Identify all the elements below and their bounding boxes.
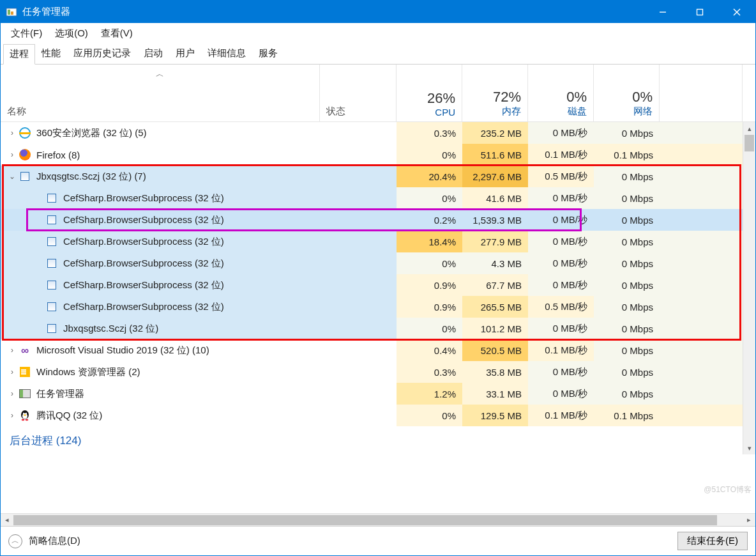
process-row[interactable]: ›腾讯QQ (32 位)0%129.5 MB0.1 MB/秒0.1 Mbps xyxy=(1,405,755,426)
scroll-left-icon[interactable]: ◂ xyxy=(1,514,13,527)
maximize-button[interactable] xyxy=(681,1,718,23)
hscroll-thumb[interactable] xyxy=(13,515,717,525)
category-header[interactable]: 后台进程 (124) xyxy=(1,426,755,454)
process-row[interactable]: ›360安全浏览器 (32 位) (5)0.3%235.2 MB0 MB/秒0 … xyxy=(1,122,755,144)
network-value: 0 Mbps xyxy=(594,296,660,318)
memory-value: 277.9 MB xyxy=(462,231,528,252)
process-row[interactable]: ›Windows 资源管理器 (2)0.3%35.8 MB0 MB/秒0 Mbp… xyxy=(1,361,755,383)
process-name: CefSharp.BrowserSubprocess (32 位) xyxy=(63,258,224,270)
network-value: 0 Mbps xyxy=(594,361,660,383)
disk-value: 0 MB/秒 xyxy=(528,187,594,209)
tab-services[interactable]: 服务 xyxy=(252,43,284,64)
chevron-right-icon[interactable]: › xyxy=(6,148,19,161)
memory-value: 41.6 MB xyxy=(462,187,528,209)
process-row[interactable]: ⌄Jbxqsgtsc.Sczj (32 位) (7)20.4%2,297.6 M… xyxy=(1,166,755,187)
col-net-label: 网络 xyxy=(633,105,653,118)
scroll-down-icon[interactable]: ▾ xyxy=(743,442,755,454)
svg-rect-1 xyxy=(8,10,10,15)
process-child-row[interactable]: CefSharp.BrowserSubprocess (32 位)0%41.6 … xyxy=(1,187,755,209)
memory-value: 101.2 MB xyxy=(462,318,528,339)
process-name: CefSharp.BrowserSubprocess (32 位) xyxy=(63,236,224,248)
menu-file[interactable]: 文件(F) xyxy=(4,25,49,42)
process-child-row[interactable]: CefSharp.BrowserSubprocess (32 位)0.2%1,5… xyxy=(1,209,755,231)
chevron-down-icon[interactable]: ⌄ xyxy=(6,170,19,183)
chevron-right-icon[interactable]: › xyxy=(6,387,19,400)
tab-app-history[interactable]: 应用历史记录 xyxy=(67,43,137,64)
chevron-right-icon[interactable]: › xyxy=(6,409,19,422)
process-child-row[interactable]: CefSharp.BrowserSubprocess (32 位)0.9%265… xyxy=(1,296,755,318)
close-button[interactable] xyxy=(718,1,755,23)
minimize-button[interactable] xyxy=(644,1,681,23)
scroll-right-icon[interactable]: ▸ xyxy=(743,514,755,527)
vertical-scrollbar[interactable]: ▴ ▾ xyxy=(743,122,755,454)
chevron-right-icon[interactable]: › xyxy=(6,344,19,357)
fewer-details-icon[interactable]: ︿ xyxy=(8,534,22,548)
cpu-value: 0.3% xyxy=(397,361,462,383)
process-row[interactable]: ›Firefox (8)0%511.6 MB0.1 MB/秒0.1 Mbps xyxy=(1,144,755,166)
cpu-value: 20.4% xyxy=(397,166,462,187)
svg-rect-2 xyxy=(11,12,13,15)
col-name[interactable]: ︿ 名称 xyxy=(1,65,320,121)
chevron-right-icon[interactable]: › xyxy=(6,127,19,139)
scroll-up-icon[interactable]: ▴ xyxy=(743,122,755,135)
process-row[interactable]: ›任务管理器1.2%33.1 MB0 MB/秒0 Mbps xyxy=(1,383,755,405)
scroll-thumb[interactable] xyxy=(745,135,754,151)
network-value: 0 Mbps xyxy=(594,209,660,231)
process-name: Jbxqsgtsc.Sczj (32 位) (7) xyxy=(36,171,146,183)
tab-startup[interactable]: 启动 xyxy=(137,43,169,64)
memory-value: 520.5 MB xyxy=(462,339,528,361)
col-network[interactable]: 0%网络 xyxy=(594,65,660,121)
svg-point-9 xyxy=(23,413,24,414)
svg-point-13 xyxy=(26,419,29,421)
svg-point-12 xyxy=(22,419,25,421)
cpu-value: 0% xyxy=(397,405,462,426)
process-name: Microsoft Visual Studio 2019 (32 位) (10) xyxy=(36,344,209,357)
process-row[interactable]: ›∞Microsoft Visual Studio 2019 (32 位) (1… xyxy=(1,339,755,361)
cpu-value: 18.4% xyxy=(397,231,462,252)
network-value: 0 Mbps xyxy=(594,122,660,144)
fewer-details-label[interactable]: 简略信息(D) xyxy=(29,535,80,547)
col-status[interactable]: 状态 xyxy=(320,65,397,121)
memory-value: 4.3 MB xyxy=(462,252,528,274)
disk-value: 0.1 MB/秒 xyxy=(528,144,594,166)
cpu-value: 0.3% xyxy=(397,122,462,144)
process-name: Firefox (8) xyxy=(36,150,80,160)
generic-process-icon xyxy=(47,281,56,290)
tab-performance[interactable]: 性能 xyxy=(35,43,67,64)
tab-users[interactable]: 用户 xyxy=(169,43,201,64)
process-name: CefSharp.BrowserSubprocess (32 位) xyxy=(63,214,224,226)
col-cpu[interactable]: 26%CPU xyxy=(397,65,462,121)
cpu-value: 0% xyxy=(397,187,462,209)
generic-process-icon xyxy=(47,215,56,224)
memory-value: 35.8 MB xyxy=(462,361,528,383)
cpu-value: 0.4% xyxy=(397,339,462,361)
network-value: 0 Mbps xyxy=(594,187,660,209)
process-child-row[interactable]: CefSharp.BrowserSubprocess (32 位)0.9%67.… xyxy=(1,274,755,296)
tab-processes[interactable]: 进程 xyxy=(3,44,35,65)
tab-details[interactable]: 详细信息 xyxy=(201,43,252,64)
disk-value: 0.1 MB/秒 xyxy=(528,339,594,361)
process-child-row[interactable]: CefSharp.BrowserSubprocess (32 位)0%4.3 M… xyxy=(1,252,755,274)
memory-value: 511.6 MB xyxy=(462,144,528,166)
col-extra[interactable] xyxy=(660,65,743,121)
ie-icon xyxy=(19,127,31,139)
col-disk[interactable]: 0%磁盘 xyxy=(528,65,594,121)
menu-options[interactable]: 选项(O) xyxy=(49,25,94,42)
task-manager-icon xyxy=(19,389,31,398)
col-mem-pct: 72% xyxy=(493,89,521,105)
network-value: 0.1 Mbps xyxy=(594,144,660,166)
chevron-right-icon[interactable]: › xyxy=(6,366,19,378)
col-memory[interactable]: 72%内存 xyxy=(462,65,528,121)
disk-value: 0.5 MB/秒 xyxy=(528,296,594,318)
end-task-button[interactable]: 结束任务(E) xyxy=(677,532,748,550)
generic-process-icon xyxy=(47,302,56,311)
horizontal-scrollbar[interactable]: ◂ ▸ xyxy=(1,513,755,526)
process-name: CefSharp.BrowserSubprocess (32 位) xyxy=(63,279,224,291)
network-value: 0 Mbps xyxy=(594,339,660,361)
menu-view[interactable]: 查看(V) xyxy=(94,25,139,42)
process-child-row[interactable]: Jbxqsgtsc.Sczj (32 位)0%101.2 MB0 MB/秒0 M… xyxy=(1,318,755,339)
process-name: CefSharp.BrowserSubprocess (32 位) xyxy=(63,301,224,313)
disk-value: 0 MB/秒 xyxy=(528,361,594,383)
generic-process-icon xyxy=(47,194,56,203)
process-child-row[interactable]: CefSharp.BrowserSubprocess (32 位)18.4%27… xyxy=(1,231,755,252)
